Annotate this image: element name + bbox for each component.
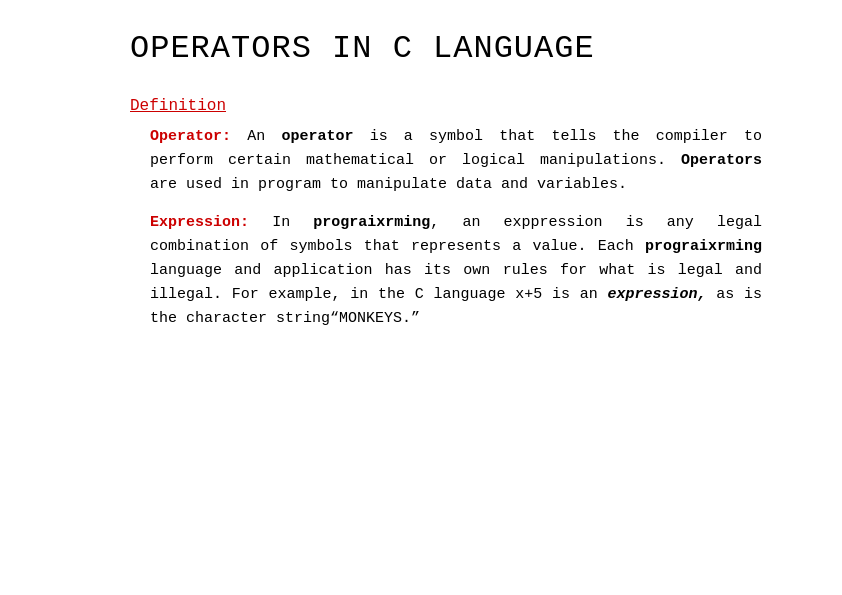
prograixrming-bold1: prograixrming: [313, 214, 430, 231]
operator-text1: is a symbol that tells the compiler to p…: [150, 128, 762, 169]
expression-label: Expression:: [150, 214, 249, 231]
expression-paragraph: Expression: In prograixrming, an exppres…: [150, 211, 762, 331]
operator-text2: are used in program to manipulate data a…: [150, 176, 627, 193]
operator-label: Operator:: [150, 128, 231, 145]
expression-intro: In: [249, 214, 313, 231]
content-block: Operator: An operator is a symbol that t…: [130, 125, 762, 331]
operators-bold: Operators: [681, 152, 762, 169]
page: OPERATORS IN C LANGUAGE Definition Opera…: [0, 0, 842, 595]
page-title: OPERATORS IN C LANGUAGE: [130, 30, 762, 67]
definition-heading: Definition: [130, 97, 762, 115]
expression-italic: expression,: [607, 286, 706, 303]
operator-intro: An: [247, 128, 281, 145]
operator-bold: operator: [281, 128, 353, 145]
operator-paragraph: Operator: An operator is a symbol that t…: [150, 125, 762, 197]
prograixrming-bold2: prograixrming: [645, 238, 762, 255]
